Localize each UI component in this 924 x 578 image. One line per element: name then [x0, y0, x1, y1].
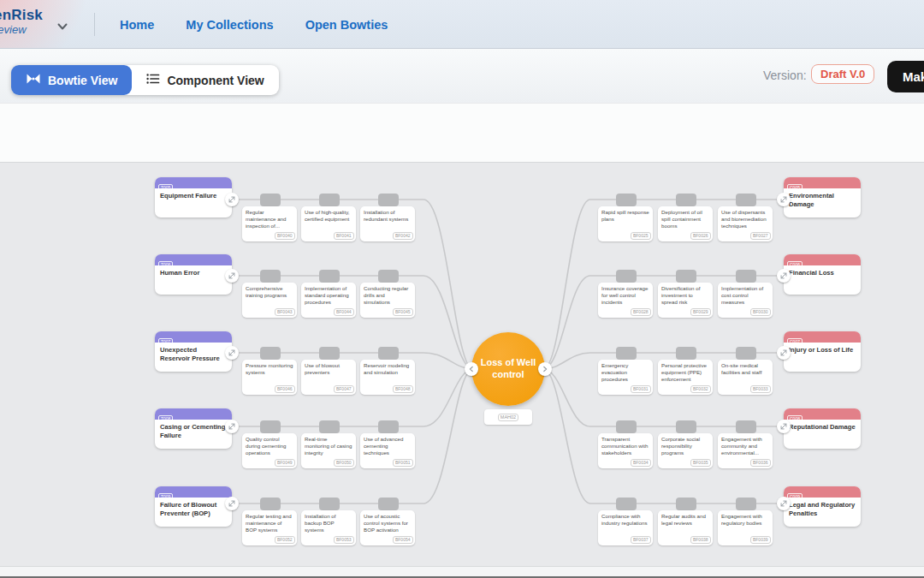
barrier-connector[interactable]: [736, 194, 756, 206]
threat-node[interactable]: T006Human Error: [155, 254, 232, 295]
barrier-connector[interactable]: [676, 194, 696, 206]
expand-handle-icon[interactable]: [225, 193, 239, 206]
barrier-node[interactable]: Use of acoustic control systems for BOP …: [360, 510, 415, 545]
barrier-node[interactable]: Installation of backup BOP systemsBF0053: [301, 510, 356, 545]
barrier-connector[interactable]: [260, 347, 281, 360]
barrier-connector[interactable]: [260, 194, 281, 206]
barrier-connector[interactable]: [616, 498, 637, 510]
barrier-connector[interactable]: [378, 194, 399, 206]
threat-node[interactable]: T005Equipment Failure: [155, 177, 232, 217]
top-event-code-box[interactable]: MAH02: [484, 409, 532, 425]
expand-handle-icon[interactable]: [225, 269, 239, 283]
barrier-connector[interactable]: [378, 498, 399, 510]
barrier-node[interactable]: Emergency evacuation proceduresBF0031: [598, 360, 653, 395]
barrier-node[interactable]: Engagement with community and environmen…: [718, 433, 773, 468]
barrier-node[interactable]: Real-time monitoring of casing integrity…: [301, 433, 356, 468]
consequence-node[interactable]: C009Legal and Regulatory Penalties: [784, 486, 861, 527]
barrier-connector[interactable]: [736, 498, 756, 510]
consequence-node[interactable]: C006Financial Loss: [784, 254, 861, 295]
barrier-code-badge: BF0032: [690, 385, 711, 393]
barrier-connector[interactable]: [319, 420, 340, 433]
barrier-connector[interactable]: [319, 270, 340, 283]
barrier-connector[interactable]: [319, 194, 340, 206]
barrier-node[interactable]: Personal protective equipment (PPE) enfo…: [658, 360, 713, 395]
barrier-connector[interactable]: [260, 270, 281, 283]
tab-component-view[interactable]: Component View: [132, 65, 278, 95]
barrier-node[interactable]: Reservoir modeling and simulationBF0048: [360, 360, 415, 395]
expand-handle-icon[interactable]: [225, 346, 239, 360]
expand-handle-icon[interactable]: [777, 420, 791, 433]
make-copy-button[interactable]: Mak: [887, 61, 924, 92]
app-logo[interactable]: enRisk review: [0, 7, 43, 36]
bowtie-canvas[interactable]: Regular maintenance and inspection of...…: [0, 163, 924, 566]
barrier-node[interactable]: Regular testing and maintenance of BOP s…: [242, 510, 297, 545]
barrier-code-badge: BF0029: [690, 308, 711, 316]
threat-node[interactable]: T007Unexpected Reservoir Pressure: [155, 331, 232, 372]
barrier-node[interactable]: Pressure monitoring systemsBF0046: [242, 360, 297, 395]
barrier-text: Personal protective equipment (PPE) enfo…: [658, 360, 713, 384]
barrier-node[interactable]: Implementation of cost control measuresB…: [718, 283, 773, 318]
expand-handle-icon[interactable]: [777, 497, 791, 510]
barrier-connector[interactable]: [616, 347, 637, 360]
barrier-connector[interactable]: [319, 498, 340, 510]
barrier-connector[interactable]: [616, 270, 637, 283]
barrier-node[interactable]: Deployment of oil spill containment boom…: [658, 206, 713, 241]
barrier-node[interactable]: Diversification of investment to spread …: [658, 283, 713, 318]
barrier-connector[interactable]: [378, 420, 399, 433]
expand-handle-icon[interactable]: [225, 420, 239, 433]
barrier-connector[interactable]: [676, 420, 696, 433]
barrier-connector[interactable]: [676, 498, 696, 510]
consequence-node[interactable]: C005Environmental Damage: [784, 177, 861, 217]
barrier-node[interactable]: Insurance coverage for well control inci…: [598, 283, 653, 318]
version-badge[interactable]: Draft V.0: [811, 64, 874, 84]
expand-handle-icon[interactable]: [777, 269, 791, 283]
barrier-node[interactable]: Regular maintenance and inspection of...…: [242, 206, 297, 241]
barrier-connector[interactable]: [616, 194, 637, 206]
barrier-node[interactable]: Use of blowout preventersBF0047: [301, 360, 356, 395]
consequence-node[interactable]: C007Injury or Loss of Life: [784, 331, 861, 372]
consequence-node[interactable]: C008Reputational Damage: [784, 408, 861, 449]
barrier-node[interactable]: Installation of redundant systemsBF0042: [360, 206, 415, 241]
collapse-right-handle-icon[interactable]: [538, 362, 552, 376]
threat-node[interactable]: T009Failure of Blowout Preventer (BOP): [155, 486, 232, 527]
barrier-node[interactable]: Compliance with industry regulationsBF00…: [598, 510, 653, 545]
barrier-connector[interactable]: [260, 498, 281, 510]
chevron-down-icon[interactable]: [56, 19, 68, 34]
barrier-connector[interactable]: [378, 270, 399, 283]
barrier-text: On-site medical facilities and staff: [718, 360, 773, 376]
barrier-node[interactable]: Regular audits and legal reviewsBF0038: [658, 510, 713, 545]
barrier-node[interactable]: Implementation of standard operating pro…: [301, 283, 356, 318]
expand-handle-icon[interactable]: [777, 346, 791, 360]
barrier-connector[interactable]: [676, 270, 696, 283]
barrier-connector[interactable]: [260, 420, 281, 433]
expand-handle-icon[interactable]: [777, 193, 791, 206]
threat-code-badge: T006: [158, 261, 173, 268]
collapse-left-handle-icon[interactable]: [465, 362, 478, 376]
tab-bowtie-view[interactable]: Bowtie View: [11, 65, 132, 95]
barrier-connector[interactable]: [676, 347, 696, 360]
threat-node[interactable]: T008Casing or Cementing Failure: [155, 408, 232, 449]
barrier-connector[interactable]: [736, 270, 756, 283]
barrier-node[interactable]: Conducting regular drills and simulation…: [360, 283, 415, 318]
expand-handle-icon[interactable]: [225, 497, 239, 510]
top-event-node[interactable]: Loss of Well control: [471, 332, 545, 406]
nav-open-bowties[interactable]: Open Bowties: [305, 18, 388, 32]
barrier-connector[interactable]: [616, 420, 637, 433]
threat-code-badge: T005: [158, 184, 173, 191]
barrier-node[interactable]: Use of dispersants and bioremediation te…: [718, 206, 773, 241]
barrier-connector[interactable]: [319, 347, 340, 360]
barrier-node[interactable]: Comprehensive training programsBF0043: [242, 283, 297, 318]
barrier-node[interactable]: Use of advanced cementing techniquesBF00…: [360, 433, 415, 468]
barrier-node[interactable]: Use of high-quality, certified equipment…: [301, 206, 356, 241]
barrier-node[interactable]: Quality control during cementing operati…: [242, 433, 297, 468]
barrier-node[interactable]: On-site medical facilities and staffBF00…: [718, 360, 773, 395]
nav-my-collections[interactable]: My Collections: [186, 18, 273, 32]
barrier-node[interactable]: Rapid spill response plansBF0025: [598, 206, 653, 241]
barrier-connector[interactable]: [378, 347, 399, 360]
barrier-node[interactable]: Transparent communication with stakehold…: [598, 433, 653, 468]
barrier-connector[interactable]: [736, 347, 756, 360]
barrier-connector[interactable]: [736, 420, 756, 433]
nav-home[interactable]: Home: [120, 18, 154, 32]
barrier-node[interactable]: Engagement with regulatory bodiesBF0039: [718, 510, 773, 545]
barrier-node[interactable]: Corporate social responsibility programs…: [658, 433, 713, 468]
